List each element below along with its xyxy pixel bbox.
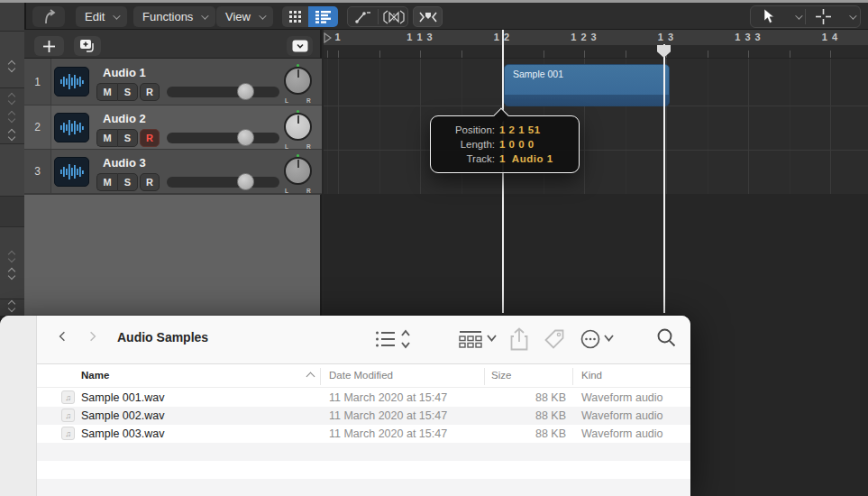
edit-menu[interactable]: Edit bbox=[76, 6, 127, 27]
track-name: Audio 2 bbox=[103, 112, 146, 125]
tool-selector-group bbox=[750, 5, 861, 28]
file-row-sample-003[interactable]: ♫ Sample 003.wav 11 March 2020 at 15:47 … bbox=[37, 425, 690, 443]
row-stripe bbox=[37, 479, 690, 496]
volume-slider[interactable] bbox=[167, 177, 279, 188]
record-enable-button[interactable]: R bbox=[140, 129, 160, 147]
pan-left-label: L bbox=[285, 97, 288, 104]
mute-button[interactable]: M bbox=[96, 129, 117, 147]
knob-tick bbox=[297, 64, 299, 67]
pointer-tool-icon[interactable] bbox=[756, 8, 781, 25]
finder-window-title: Audio Samples bbox=[117, 330, 208, 344]
more-icon[interactable] bbox=[580, 329, 600, 349]
finder-sidebar bbox=[0, 316, 37, 496]
column-header-kind[interactable]: Kind bbox=[581, 370, 602, 381]
track-header-audio-2[interactable]: 2 Audio 2 M S R L R bbox=[24, 106, 322, 150]
ruler-label: 1 2 3 bbox=[571, 32, 597, 42]
chevron-down-icon[interactable] bbox=[795, 12, 802, 19]
chevron-down-icon[interactable] bbox=[604, 335, 614, 342]
stepper-icon[interactable] bbox=[7, 300, 17, 313]
ruler-ticks bbox=[324, 51, 868, 58]
mute-button[interactable]: M bbox=[96, 173, 117, 191]
timeline-tick-strip[interactable] bbox=[324, 45, 868, 59]
strip-segment bbox=[0, 197, 24, 227]
audio-region-sample-001[interactable]: Sample 001 bbox=[504, 64, 670, 106]
timeline-ruler[interactable]: 1 1 1 3 1 2 1 2 3 1 3 1 3 3 1 4 bbox=[324, 30, 868, 45]
functions-menu[interactable]: Functions bbox=[133, 6, 215, 27]
pan-left-label: L bbox=[285, 188, 288, 194]
volume-slider[interactable] bbox=[167, 133, 279, 143]
pan-right-label: R bbox=[306, 143, 311, 150]
file-size: 88 KB bbox=[491, 409, 566, 422]
record-enable-button[interactable]: R bbox=[140, 173, 160, 191]
playhead-line[interactable] bbox=[663, 44, 665, 313]
record-enable-button[interactable]: R bbox=[140, 83, 160, 101]
share-icon[interactable] bbox=[510, 327, 528, 351]
group-icon[interactable] bbox=[459, 330, 482, 348]
track-header-config-icon[interactable] bbox=[287, 36, 313, 56]
stepper-icon[interactable] bbox=[7, 60, 17, 73]
file-row-sample-002[interactable]: ♫ Sample 002.wav 11 March 2020 at 15:47 … bbox=[37, 407, 690, 425]
divider bbox=[805, 9, 806, 24]
knob-tick bbox=[297, 154, 299, 157]
back-icon[interactable] bbox=[57, 331, 68, 342]
automation-icon[interactable] bbox=[348, 7, 378, 26]
view-menu-label: View bbox=[225, 10, 251, 23]
column-divider[interactable] bbox=[572, 368, 573, 385]
add-track-icon[interactable] bbox=[34, 36, 64, 56]
chevron-down-icon bbox=[114, 12, 121, 19]
stepper-icon[interactable] bbox=[7, 111, 17, 124]
volume-slider[interactable] bbox=[167, 87, 279, 97]
chevron-down-icon[interactable] bbox=[849, 12, 856, 19]
chevron-down-icon[interactable] bbox=[487, 335, 497, 342]
column-header-date[interactable]: Date Modified bbox=[329, 370, 393, 381]
strip-segment bbox=[0, 3, 24, 32]
undo-icon[interactable] bbox=[32, 6, 65, 27]
tag-icon[interactable] bbox=[544, 329, 564, 349]
column-header-name[interactable]: Name bbox=[81, 370, 109, 381]
finder-column-headers: Name Date Modified Size Kind bbox=[37, 365, 690, 388]
knob-pointer bbox=[297, 69, 299, 78]
solo-button[interactable]: S bbox=[117, 173, 138, 191]
crosshair-tool-icon[interactable] bbox=[810, 8, 836, 25]
automation-flex-group bbox=[347, 6, 408, 27]
ruler-label: 1 1 3 bbox=[407, 32, 433, 42]
stepper-icon[interactable] bbox=[7, 129, 17, 142]
region-label: Sample 001 bbox=[513, 69, 563, 79]
column-divider[interactable] bbox=[484, 368, 485, 385]
column-divider[interactable] bbox=[320, 368, 321, 385]
file-row-sample-001[interactable]: ♫ Sample 001.wav 11 March 2020 at 15:47 … bbox=[37, 389, 690, 407]
forward-icon[interactable] bbox=[87, 331, 98, 342]
solo-button[interactable]: S bbox=[117, 83, 138, 101]
catch-playhead-icon[interactable] bbox=[413, 6, 443, 27]
audio-file-icon: ♫ bbox=[61, 427, 75, 440]
tooltip-label: Track: bbox=[431, 152, 499, 166]
tracks-view-icon[interactable] bbox=[308, 6, 338, 27]
volume-slider-thumb[interactable] bbox=[237, 173, 254, 190]
flex-icon[interactable] bbox=[379, 7, 408, 26]
search-icon[interactable] bbox=[657, 328, 676, 347]
track-header-audio-1[interactable]: 1 Audio 1 M S R L R bbox=[24, 59, 322, 106]
mute-button[interactable]: M bbox=[96, 83, 117, 101]
pan-knob[interactable] bbox=[284, 157, 312, 185]
ruler-start-icon bbox=[324, 32, 332, 43]
pan-knob[interactable] bbox=[284, 67, 312, 95]
solo-button[interactable]: S bbox=[117, 129, 138, 147]
column-header-size[interactable]: Size bbox=[491, 370, 511, 381]
stepper-icon[interactable] bbox=[7, 268, 17, 280]
volume-slider-thumb[interactable] bbox=[237, 129, 254, 146]
stepper-icon[interactable] bbox=[7, 93, 17, 106]
view-menu[interactable]: View bbox=[216, 6, 273, 27]
finder-file-list: ♫ Sample 001.wav 11 March 2020 at 15:47 … bbox=[37, 389, 690, 496]
file-size: 88 KB bbox=[491, 391, 566, 404]
list-view-icon[interactable] bbox=[376, 331, 396, 347]
stepper-icon[interactable] bbox=[7, 251, 17, 263]
volume-slider-thumb[interactable] bbox=[237, 83, 254, 100]
track-name: Audio 3 bbox=[103, 156, 146, 170]
grid-view-icon[interactable] bbox=[282, 6, 308, 27]
view-stepper-icon[interactable] bbox=[400, 329, 411, 349]
duplicate-track-icon[interactable] bbox=[74, 36, 101, 56]
file-name: Sample 003.wav bbox=[81, 427, 164, 440]
track-header-audio-3[interactable]: 3 Audio 3 M S R L R bbox=[24, 150, 322, 194]
pan-knob[interactable] bbox=[284, 113, 312, 141]
track-header-panel: 1 Audio 1 M S R L R 2 Audio 2 M S bbox=[24, 59, 322, 194]
